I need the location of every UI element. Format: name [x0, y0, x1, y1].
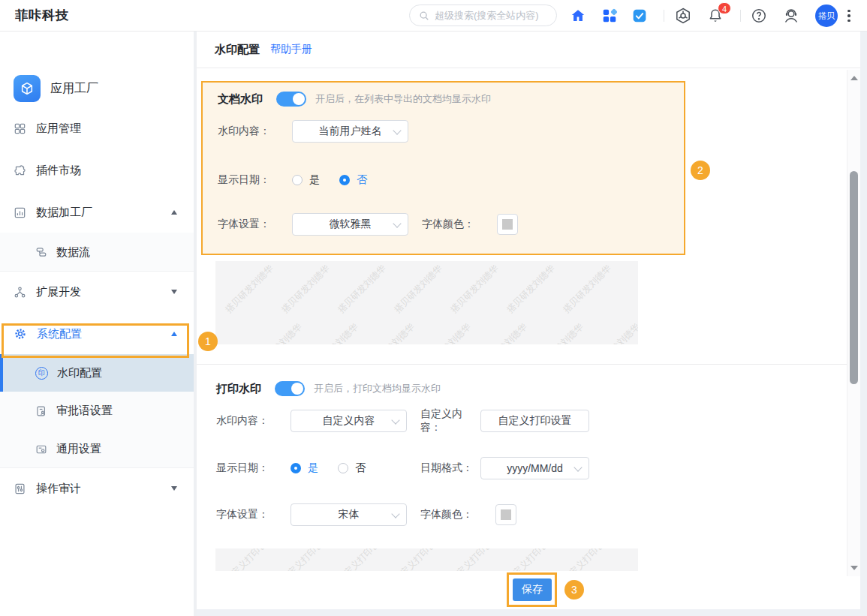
sidebar-item-label: 插件市场: [36, 164, 81, 178]
print-custom-content-input[interactable]: [480, 410, 589, 432]
global-search-input[interactable]: 超级搜索(搜索全站内容): [409, 5, 557, 26]
sidebar-item-general-settings[interactable]: 通用设置: [0, 430, 194, 468]
customer-service-icon[interactable]: [782, 7, 800, 25]
toggle-hint: 开启后，打印文档均显示水印: [314, 382, 441, 395]
radio-yes[interactable]: [292, 175, 303, 185]
sidebar-item-approval-phrase[interactable]: 审批语设置: [0, 392, 194, 430]
sidebar-item-operation-audit[interactable]: 操作审计: [0, 470, 194, 506]
radio-label-yes[interactable]: 是: [308, 461, 318, 475]
radio-label-no[interactable]: 否: [357, 173, 367, 187]
sidebar: 应用工厂 应用管理 插件市场 数据加工厂 数据流 扩展开发: [0, 32, 194, 616]
grid-icon: [14, 122, 26, 135]
scrollbar[interactable]: [847, 70, 860, 576]
more-menu-icon[interactable]: [844, 8, 854, 24]
field-label: 水印内容：: [216, 414, 291, 428]
watermark-config-panel: 水印配置 帮助手册 文档水印 开启后，在列表中导出的文档均显示水印 水印内容： …: [197, 32, 860, 609]
chevron-up-icon: [171, 210, 177, 215]
data-flow-icon: [35, 246, 47, 258]
field-label: 自定义内容：: [420, 407, 480, 434]
sidebar-item-label: 水印配置: [57, 366, 102, 380]
radio-no[interactable]: [338, 463, 348, 473]
doc-watermark-preview: 搭贝研发刘德华搭贝研发刘德华搭贝研发刘德华搭贝研发刘德华搭贝研发刘德华搭贝研发刘…: [215, 261, 638, 344]
document-person-icon: [35, 405, 47, 417]
field-label: 字体设置：: [218, 218, 292, 231]
submenu-data-factory: 数据流: [0, 233, 194, 272]
save-button[interactable]: 保存: [513, 578, 552, 601]
print-date-row: 显示日期： 是 否 日期格式： yyyy/MM/dd: [216, 457, 589, 479]
sidebar-item-app-management[interactable]: 应用管理: [0, 110, 194, 146]
doc-font-select[interactable]: 微软雅黑: [292, 213, 408, 236]
scrollbar-thumb[interactable]: [850, 171, 858, 384]
sidebar-item-data-factory[interactable]: 数据加工厂: [0, 194, 194, 230]
select-value: 微软雅黑: [330, 218, 372, 231]
tasks-check-icon[interactable]: [631, 8, 648, 24]
print-content-select[interactable]: 自定义内容: [291, 410, 407, 432]
field-label: 字体颜色：: [420, 508, 495, 521]
doc-watermark-header: 文档水印 开启后，在列表中导出的文档均显示水印: [218, 90, 491, 108]
sidebar-item-label: 应用管理: [36, 122, 81, 136]
annotation-step-3: 3: [564, 580, 584, 599]
print-font-row: 字体设置： 宋体 字体颜色：: [216, 503, 516, 526]
radio-no[interactable]: [339, 175, 350, 185]
page-background-edge: [860, 32, 867, 616]
sidebar-item-data-flow[interactable]: 数据流: [0, 233, 194, 271]
sidebar-item-app-factory[interactable]: 应用工厂: [0, 71, 194, 107]
topbar-divider: [740, 10, 741, 22]
user-avatar[interactable]: 搭贝: [815, 5, 838, 27]
workspace-hexagon-icon[interactable]: [674, 7, 692, 25]
section-title: 打印水印: [216, 382, 261, 396]
field-label: 字体设置：: [216, 508, 291, 521]
print-watermark-header: 打印水印 开启后，打印文档均显示水印: [216, 380, 441, 398]
scroll-down-arrow[interactable]: [850, 566, 858, 570]
field-label: 显示日期：: [218, 173, 292, 187]
puzzle-icon: [14, 164, 26, 177]
chevron-down-icon: [171, 486, 177, 491]
sliders-icon: [14, 482, 26, 495]
doc-font-color-picker[interactable]: [497, 214, 518, 235]
gear-icon: [14, 327, 27, 341]
apps-grid-icon[interactable]: [601, 8, 618, 24]
sidebar-item-label: 审批语设置: [56, 404, 113, 418]
field-label: 日期格式：: [420, 461, 480, 475]
submenu-system-config: 印 水印配置 审批语设置 通用设置: [0, 354, 194, 468]
chevron-down-icon: [391, 416, 399, 424]
layout-gap: [194, 32, 197, 616]
watermark-stamp-icon: 印: [35, 367, 48, 380]
text-input[interactable]: [481, 410, 589, 431]
field-label: 字体颜色：: [422, 218, 497, 231]
doc-watermark-toggle[interactable]: [276, 92, 306, 107]
chevron-down-icon: [171, 290, 177, 294]
field-label: 显示日期：: [216, 461, 291, 475]
print-date-format-select[interactable]: yyyy/MM/dd: [480, 457, 589, 479]
sidebar-item-label: 数据流: [56, 245, 90, 260]
sidebar-item-extension-dev[interactable]: 扩展开发: [0, 274, 194, 310]
sidebar-item-plugin-market[interactable]: 插件市场: [0, 152, 194, 188]
print-font-select[interactable]: 宋体: [291, 503, 407, 526]
help-manual-link[interactable]: 帮助手册: [270, 43, 312, 56]
help-icon[interactable]: [751, 8, 767, 24]
page-title: 水印配置: [215, 43, 260, 57]
radio-label-yes[interactable]: 是: [309, 173, 320, 187]
sidebar-item-watermark-config[interactable]: 印 水印配置: [0, 354, 194, 392]
doc-date-radio-group: 是 否: [292, 173, 408, 187]
scroll-up-arrow[interactable]: [850, 76, 858, 80]
section-divider: [197, 364, 848, 365]
app-logo: 菲咔科技: [15, 0, 69, 32]
radio-label-no[interactable]: 否: [355, 461, 366, 475]
radio-yes[interactable]: [291, 463, 301, 473]
chevron-down-icon: [391, 509, 399, 518]
sidebar-item-system-config[interactable]: 系统配置: [0, 316, 194, 352]
top-bar: 菲咔科技 超级搜索(搜索全站内容) 4 搭贝: [0, 0, 867, 32]
doc-date-row: 显示日期： 是 否: [218, 169, 408, 191]
doc-content-row: 水印内容： 当前用户姓名: [218, 120, 408, 143]
sidebar-item-label: 扩展开发: [36, 285, 81, 299]
print-font-color-picker[interactable]: [495, 504, 516, 525]
home-icon[interactable]: [570, 8, 586, 24]
sidebar-item-label: 通用设置: [56, 442, 101, 456]
toggle-hint: 开启后，在列表中导出的文档均显示水印: [315, 92, 491, 106]
print-watermark-toggle[interactable]: [275, 381, 305, 396]
doc-content-select[interactable]: 当前用户姓名: [292, 120, 408, 143]
select-value: 自定义内容: [323, 414, 375, 428]
doc-font-row: 字体设置： 微软雅黑 字体颜色：: [218, 213, 518, 236]
bar-chart-icon: [14, 206, 26, 219]
